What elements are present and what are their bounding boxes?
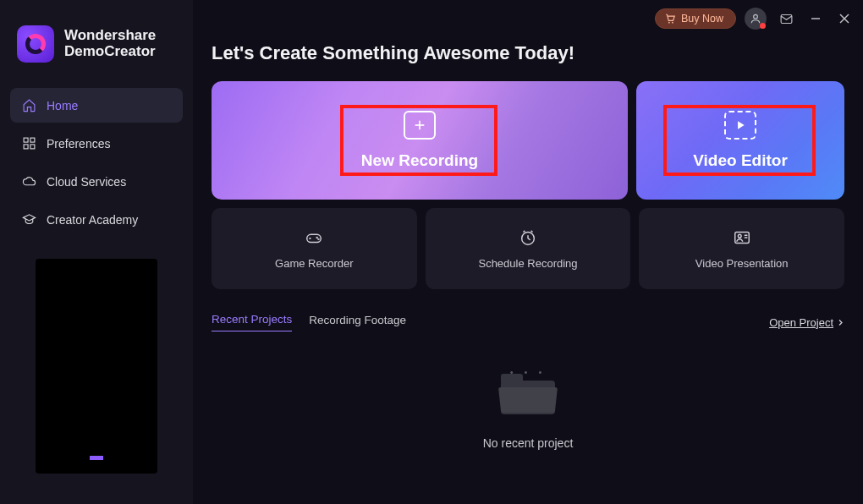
- minimize-button[interactable]: [805, 8, 826, 29]
- game-recorder-label: Game Recorder: [275, 257, 353, 270]
- svg-rect-8: [30, 138, 35, 142]
- svg-point-17: [317, 237, 318, 238]
- brand-line2: DemoCreator: [64, 44, 156, 60]
- presentation-icon: [731, 228, 753, 247]
- minimize-icon: [811, 14, 821, 24]
- svg-point-0: [668, 22, 670, 24]
- schedule-recording-card[interactable]: Schedule Recording: [426, 208, 631, 289]
- empty-folder-icon: • • •: [501, 367, 555, 414]
- nav-preferences[interactable]: Preferences: [10, 126, 183, 161]
- tabs-row: Recent Projects Recording Footage Open P…: [212, 313, 844, 331]
- cloud-icon: [22, 174, 36, 189]
- window-topbar: Buy Now: [655, 7, 855, 30]
- brand-line1: Wondershare: [64, 28, 156, 44]
- empty-state: • • • No recent project: [212, 367, 844, 496]
- nav-home-label: Home: [47, 99, 78, 112]
- schedule-recording-label: Schedule Recording: [478, 257, 577, 270]
- nav-cloud[interactable]: Cloud Services: [10, 164, 183, 199]
- app-logo: Wondershare DemoCreator: [0, 24, 193, 81]
- home-icon: [22, 98, 36, 112]
- svg-line-23: [531, 230, 533, 232]
- cart-icon: [664, 13, 676, 25]
- video-editor-card[interactable]: Video Editor: [636, 81, 844, 200]
- nav-home[interactable]: Home: [10, 88, 183, 123]
- svg-rect-3: [781, 14, 792, 23]
- empty-state-text: No recent project: [483, 436, 574, 450]
- game-icon: [303, 228, 325, 247]
- logo-mark-icon: [17, 25, 54, 63]
- open-project-label: Open Project: [769, 316, 833, 329]
- svg-line-22: [524, 230, 525, 232]
- game-recorder-card[interactable]: Game Recorder: [212, 208, 417, 289]
- open-project-link[interactable]: Open Project: [769, 316, 844, 329]
- tab-recent-projects[interactable]: Recent Projects: [212, 313, 292, 331]
- svg-rect-10: [30, 145, 35, 149]
- mail-icon: [779, 12, 794, 26]
- svg-line-21: [528, 238, 530, 239]
- preview-thumbnail[interactable]: [36, 259, 157, 474]
- academy-icon: [22, 212, 36, 227]
- page-heading: Let's Create Something Awesome Today!: [212, 42, 844, 64]
- tools-row: Game Recorder Schedule Recording Video P…: [212, 208, 844, 289]
- nav-academy-label: Creator Academy: [47, 213, 138, 227]
- mail-button[interactable]: [775, 8, 797, 30]
- notification-dot: [760, 23, 766, 29]
- clock-icon: [517, 228, 539, 247]
- close-button[interactable]: [834, 8, 855, 29]
- app-container: Wondershare DemoCreator Home Preferences…: [0, 0, 863, 504]
- tab-recording-footage[interactable]: Recording Footage: [309, 314, 406, 331]
- video-presentation-label: Video Presentation: [695, 257, 789, 270]
- svg-rect-7: [24, 138, 28, 142]
- logo-text: Wondershare DemoCreator: [64, 28, 156, 59]
- main-content: Let's Create Something Awesome Today! Ne…: [193, 0, 863, 504]
- user-account-button[interactable]: [745, 8, 767, 30]
- user-icon: [750, 13, 761, 25]
- svg-point-25: [738, 234, 741, 238]
- nav-cloud-label: Cloud Services: [47, 175, 126, 189]
- nav-preferences-label: Preferences: [47, 137, 110, 151]
- plus-box-icon: [404, 111, 436, 140]
- buy-now-button[interactable]: Buy Now: [655, 8, 736, 29]
- svg-point-2: [754, 14, 758, 19]
- preview-bar-icon: [90, 456, 103, 460]
- sidebar-nav: Home Preferences Cloud Services Creator …: [0, 81, 193, 244]
- sidebar: Wondershare DemoCreator Home Preferences…: [0, 0, 193, 504]
- grid-icon: [22, 136, 36, 151]
- nav-academy[interactable]: Creator Academy: [10, 202, 183, 237]
- new-recording-card[interactable]: New Recording: [212, 81, 628, 200]
- svg-rect-9: [24, 145, 28, 149]
- close-icon: [839, 14, 849, 24]
- video-editor-label: Video Editor: [693, 151, 788, 170]
- buy-now-label: Buy Now: [681, 13, 723, 25]
- new-recording-label: New Recording: [361, 151, 478, 170]
- video-presentation-card[interactable]: Video Presentation: [639, 208, 844, 289]
- svg-point-18: [318, 238, 319, 239]
- chevron-right-icon: [837, 319, 844, 326]
- hero-row: New Recording Video Editor: [212, 81, 844, 200]
- play-box-icon: [724, 111, 756, 140]
- svg-point-1: [672, 22, 673, 24]
